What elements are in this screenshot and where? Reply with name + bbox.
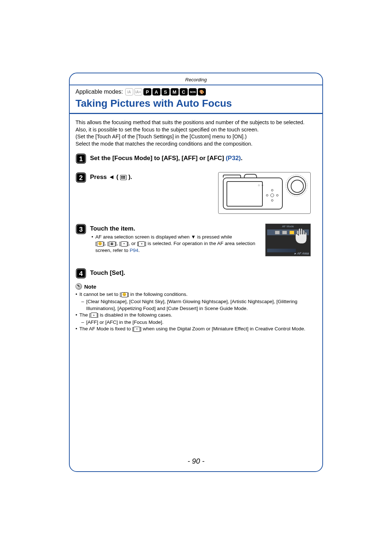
mode-m-icon: M (171, 88, 179, 95)
one-area-icon: ▪ (134, 327, 140, 332)
step-2-text-a: Press ◄ ( (90, 174, 120, 180)
svg-rect-8 (123, 176, 124, 177)
step-2-badge-icon: 2 (75, 172, 86, 183)
mode-palette-icon: 🎨 (198, 88, 206, 95)
mode-c-icon: C (180, 88, 188, 95)
af-area-grid-icon (120, 175, 127, 180)
intro-p3: (Set the [Touch AF] of the [Touch Settin… (75, 133, 317, 140)
svg-text:3: 3 (79, 226, 83, 233)
svg-rect-7 (121, 176, 122, 177)
page-title: Taking Pictures with Auto Focus (70, 95, 322, 113)
mode-icons-group: iA iA+ P A S M C SCN 🎨 (125, 88, 206, 95)
mode-s-icon: S (162, 88, 170, 95)
camera-illustration: ○ ○ (218, 172, 311, 214)
note-label: Note (84, 284, 96, 290)
step-3-br-m2: ], [ (115, 241, 121, 246)
page-frame: Recording Applicable modes: iA iA+ P A S… (69, 73, 323, 472)
step-4-title: Touch [Set]. (90, 268, 317, 277)
note-1-b: ] in the following conditions. (128, 292, 188, 297)
mode-a-icon: A (152, 88, 160, 95)
note-icon (75, 283, 82, 290)
step-3-badge-icon: 3 (75, 224, 86, 235)
mode-ia-icon: iA (125, 88, 133, 95)
applicable-label: Applicable modes: (75, 89, 123, 95)
step-3-bullet-line1: AF area selection screen is displayed wh… (95, 234, 232, 240)
step-3-br-m1: ], [ (103, 241, 109, 246)
note-1: • It cannot be set to [😊] in the followi… (75, 291, 317, 298)
svg-text:2: 2 (79, 174, 83, 182)
note-3-a: The AF Mode is fixed to [ (79, 326, 134, 331)
mode-scn-icon: SCN (189, 88, 197, 95)
step-3-pageref-link[interactable]: P94 (130, 248, 138, 253)
step-2-text-b: ). (127, 174, 132, 180)
face-detect-icon: 😊 (121, 292, 128, 297)
divider-top (70, 85, 322, 85)
step-3-notes: • AF area selection screen is displayed … (90, 232, 268, 254)
note-2-b: ] is disabled in the following cases. (97, 312, 172, 318)
touch-illus-label: ▸ AF Area (294, 252, 309, 255)
page-number: - 90 - (70, 457, 322, 465)
touchscreen-illustration: AF Mode ▸ AF Area (265, 224, 311, 256)
note-2: • The [＋] is disabled in the following c… (75, 312, 317, 318)
note-3: • The AF Mode is fixed to [▪] when using… (75, 326, 317, 332)
intro-p1: This allows the focusing method that sui… (75, 119, 317, 126)
svg-text:4: 4 (79, 270, 83, 277)
svg-rect-12 (124, 178, 125, 179)
step-4-badge-icon: 4 (75, 268, 86, 279)
step-3: 3 Touch the item. • AF area selection sc… (75, 224, 317, 260)
mode-ia-plus-icon: iA+ (134, 88, 142, 95)
divider-title (70, 113, 322, 114)
step-3-br-m3: ], or [ (127, 241, 139, 246)
step-1: 1 Set the [Focus Mode] to [AFS], [AFF] o… (75, 153, 317, 164)
note-2-sub: – [AFF] or [AFC] in the [Focus Mode]. (75, 319, 317, 326)
one-area-icon: ▪ (121, 241, 127, 247)
step-3-br-end: . (138, 248, 140, 253)
note-3-b: ] when using the Digital Zoom or [Miniat… (140, 326, 305, 331)
step-1-period: . (241, 155, 243, 162)
touch-hand-icon (292, 227, 308, 245)
multi-area-icon: ▦ (109, 241, 115, 247)
face-detect-icon: 😊 (97, 241, 103, 247)
step-2: 2 Press ◄ ( ). ○ ○ (75, 172, 317, 216)
intro-text: This allows the focusing method that sui… (70, 117, 322, 147)
mode-p-icon: P (143, 88, 151, 95)
section-header: Recording (70, 77, 322, 82)
intro-p2: Also, it is possible to set the focus to… (75, 126, 317, 134)
note-2-a: The [ (79, 312, 91, 318)
step-3-br-pre: [ (95, 241, 97, 246)
step-1-title: Set the [Focus Mode] to [AFS], [AFF] or … (90, 153, 317, 162)
note-1-sub: – [Clear Nightscape], [Cool Night Sky], … (75, 298, 317, 311)
intro-p4: Select the mode that matches the recordi… (75, 140, 317, 148)
steps-list: 1 Set the [Focus Mode] to [AFS], [AFF] o… (70, 147, 322, 279)
step-3-title: Touch the item. (90, 224, 268, 232)
svg-rect-11 (123, 178, 124, 179)
applicable-modes-row: Applicable modes: iA iA+ P A S M C SCN 🎨 (70, 88, 322, 95)
step-1-pageref-link[interactable]: (P32) (226, 155, 241, 162)
note-heading: Note (70, 283, 322, 290)
pinpoint-icon: ＋ (138, 241, 145, 247)
note-1-a: It cannot be set to [ (79, 292, 121, 297)
note-list: • It cannot be set to [😊] in the followi… (70, 290, 322, 332)
pinpoint-icon: ＋ (91, 313, 97, 318)
svg-rect-10 (121, 178, 122, 179)
note-1-sub-text: [Clear Nightscape], [Cool Night Sky], [W… (86, 298, 317, 311)
svg-rect-9 (124, 176, 125, 177)
note-2-sub-text: [AFF] or [AFC] in the [Focus Mode]. (86, 319, 164, 326)
svg-text:1: 1 (79, 155, 83, 163)
step-1-badge-icon: 1 (75, 153, 86, 164)
step-4: 4 Touch [Set]. (75, 268, 317, 279)
step-1-text: Set the [Focus Mode] to [AFS], [AFF] or … (90, 155, 226, 162)
